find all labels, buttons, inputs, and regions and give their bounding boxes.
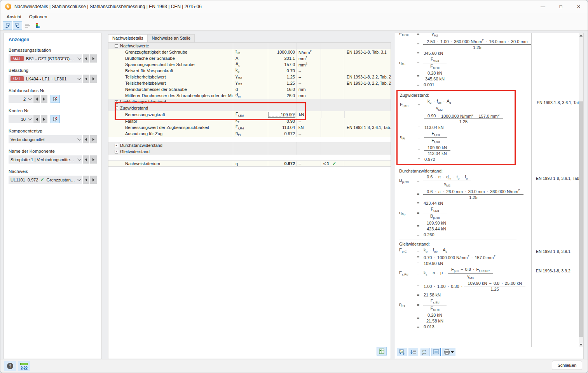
collapse-icon[interactable]: −: [115, 44, 118, 48]
node-number-select[interactable]: 10: [9, 115, 33, 123]
formula-token: ·: [434, 284, 435, 289]
component-type-select[interactable]: Verbindungsmittel: [9, 135, 82, 143]
formula-token: kp: [424, 248, 427, 253]
node-next-button[interactable]: [41, 115, 47, 123]
formula-token: ·: [434, 189, 436, 194]
design-situation-select[interactable]: GZT BS1 - GZT (STR/GEO) - Ständig ...: [9, 54, 82, 63]
expand-icon[interactable]: +: [115, 150, 118, 153]
component-name-next-button[interactable]: [90, 155, 97, 164]
design-situation-prev-button[interactable]: [83, 54, 89, 63]
table-row: Ausnutzung für ZugηFt0.972--: [108, 131, 391, 137]
formula-lhs-symbol: Fb,Rd: [399, 33, 408, 35]
value-cell[interactable]: 109.90: [268, 111, 297, 118]
copy-picture-button[interactable]: [397, 348, 407, 356]
formula-line: ηFt=Ft,EdFt,Rd: [400, 131, 512, 144]
unit-cell: [296, 99, 321, 105]
menu-ansicht[interactable]: Ansicht: [3, 14, 24, 20]
formula-token: 1.25: [459, 119, 468, 124]
component-type-next-button[interactable]: [90, 135, 97, 143]
table-row: Spannungsquerschnitt der SchraubeAs157.0…: [108, 61, 391, 68]
tab-nachweise-an-stelle[interactable]: Nachweise an Stelle: [147, 34, 195, 42]
formula-token: 0.8: [494, 281, 499, 286]
row-label: Nachweiskriterium: [125, 161, 160, 166]
label-nachweis: Nachweis: [9, 169, 97, 174]
jump-forward-button[interactable]: [13, 21, 22, 30]
tab-nachweisdetails[interactable]: Nachweisdetails: [108, 34, 147, 42]
formula-token: 345.60 kN: [425, 77, 445, 81]
formula-line: =0.001: [399, 82, 579, 87]
units-label: 0,00: [21, 366, 28, 370]
collapse-icon[interactable]: −: [115, 106, 118, 110]
node-prev-button[interactable]: [33, 115, 40, 123]
units-settings-button[interactable]: 0,00: [18, 361, 30, 371]
help-icon: ?: [7, 363, 13, 369]
reference-cell: [344, 68, 391, 74]
table-row: BemessungszugkraftFt,Ed109.90kN: [108, 111, 391, 118]
criterion-cell: [321, 99, 344, 105]
formula-scrollbar[interactable]: [579, 33, 583, 347]
menu-optionen[interactable]: Optionen: [26, 14, 51, 20]
connection-plot-button[interactable]: [33, 21, 42, 30]
table-group-row[interactable]: −Nachweiswerte: [108, 43, 391, 49]
row-symbol: γM2: [236, 74, 242, 80]
expand-icon[interactable]: +: [115, 144, 118, 147]
fraction: Ft,EdFt,Rd: [424, 131, 447, 144]
reference-divider: [531, 33, 532, 347]
connection-next-button[interactable]: [41, 95, 47, 103]
check-prev-button[interactable]: [83, 176, 89, 184]
formula-token: Fv,Ed: [431, 57, 439, 63]
scroll-up-icon[interactable]: [579, 33, 583, 38]
formula-token: 423.44 kN: [424, 201, 443, 206]
result-list-button[interactable]: [23, 21, 32, 30]
row-unit: mm: [298, 87, 305, 92]
formula-token: 2.50: [427, 39, 435, 44]
show-figure-button[interactable]: [431, 348, 441, 356]
help-button[interactable]: ?: [4, 361, 16, 371]
fraction: 0.6·π·26.0 mm·30.0 mm·360.000 N/mm21.25: [423, 188, 523, 200]
show-values-button[interactable]: x=7y=4: [420, 348, 429, 356]
check-next-button[interactable]: [90, 176, 97, 184]
export-excel-button[interactable]: [377, 347, 387, 356]
print-options-caret[interactable]: [451, 351, 454, 353]
loading-select[interactable]: GZT LK404 - LF1 + LF301: [9, 75, 82, 83]
row-label: Bemessungswert der Zugbeanspruchbarkeit: [125, 125, 209, 130]
node-pick-button[interactable]: [51, 115, 60, 123]
table-group-row[interactable]: +Durchstanzwiderstand: [108, 142, 391, 148]
loading-prev-button[interactable]: [83, 75, 89, 83]
value-edit-field[interactable]: 109.90: [268, 112, 295, 118]
connection-prev-button[interactable]: [33, 95, 40, 103]
table-group-row[interactable]: +Lochleibungswiderstand: [108, 99, 391, 105]
criterion-cell: [321, 61, 344, 68]
check-table: −NachweiswerteGrenzzugfestigkeit der Sch…: [108, 43, 391, 167]
table-group-row[interactable]: +Gleitwiderstand: [108, 148, 391, 155]
row-label: Lochleibungswiderstand: [120, 99, 166, 104]
table-group-row[interactable]: −Zugwiderstand: [108, 105, 391, 111]
scrollbar-thumb[interactable]: [579, 101, 583, 337]
minimize-button[interactable]: —: [534, 0, 552, 13]
check-select[interactable]: UL1101 0.972 ✓ Grenzzustand der ...: [9, 176, 82, 184]
component-name-select[interactable]: Stirnplatte 1 | Verbindungsmittel 1 | Sc…: [9, 155, 82, 164]
unit-cell: --: [296, 131, 321, 137]
tab-bar: Nachweisdetails Nachweise an Stelle: [108, 34, 391, 42]
window-title: Nachweisdetails | Stahlanschlüsse | Stah…: [14, 4, 202, 9]
stress-plot-icon: [35, 23, 41, 29]
maximize-button[interactable]: □: [552, 0, 570, 13]
details-list-button[interactable]: [408, 348, 418, 356]
expand-icon[interactable]: +: [115, 100, 118, 104]
component-type-prev-button[interactable]: [83, 135, 89, 143]
gzt-badge: GZT: [10, 56, 24, 61]
jump-back-button[interactable]: [3, 21, 12, 30]
connection-number-select[interactable]: 2: [9, 95, 33, 103]
close-dialog-button[interactable]: Schließen: [552, 361, 582, 370]
print-button[interactable]: [442, 348, 455, 356]
component-name-prev-button[interactable]: [83, 155, 89, 164]
loading-next-button[interactable]: [90, 75, 97, 83]
scroll-down-icon[interactable]: [579, 342, 583, 347]
connection-pick-button[interactable]: [51, 95, 60, 103]
formula-token: 157.0 mm2: [478, 113, 499, 119]
formula-token: 0.260: [424, 232, 434, 237]
design-situation-next-button[interactable]: [90, 54, 97, 63]
details-main: Nachweisdetails Nachweise an Stelle −Nac…: [108, 34, 391, 359]
criterion-cell: [321, 68, 344, 74]
close-icon[interactable]: ✕: [570, 0, 588, 13]
